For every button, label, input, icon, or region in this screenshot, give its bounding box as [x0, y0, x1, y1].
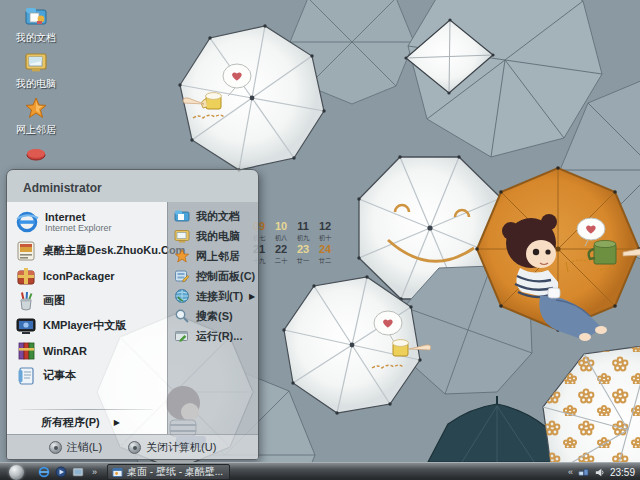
window-icon [112, 467, 123, 478]
network-places-icon [174, 248, 190, 264]
start-menu-item-label: IconPackager [43, 270, 115, 282]
start-menu-item-label: 我的文档 [196, 209, 240, 224]
start-menu-item-my-computer[interactable]: 我的电脑 [174, 226, 259, 246]
start-menu-item-winrar[interactable]: WinRAR [15, 338, 167, 363]
calendar-day: 12 [314, 221, 336, 232]
calendar-lunar: 廿二 [315, 257, 335, 263]
desktop-icon-my-documents[interactable]: 我的文档 [0, 4, 72, 45]
desktop-icon-label: 网上邻居 [16, 123, 56, 137]
calendar-lunar: 初九 [293, 234, 313, 240]
start-menu-footer: 注销(L) 关闭计算机(U) [7, 434, 258, 459]
start-menu-pinned-list: Internet Internet Explorer 桌酷主题Desk.Zhuo… [7, 202, 167, 434]
start-menu-item-search[interactable]: 搜索(S) [174, 306, 259, 326]
system-tray: « 23:59 [568, 467, 640, 478]
start-menu-item-label: Internet [45, 211, 112, 224]
start-menu-item-label: 记事本 [43, 368, 76, 383]
notepad-icon [15, 365, 37, 387]
start-menu-item-iconpackager[interactable]: IconPackager [15, 263, 167, 288]
calendar-day: 23 [292, 244, 314, 255]
start-menu-item-label: KMPlayer中文版 [43, 318, 126, 333]
start-menu-item-label: 搜索(S) [196, 309, 233, 324]
start-menu-item-connect-to[interactable]: 连接到(T) ▶ [174, 286, 259, 306]
start-menu-item-network-places[interactable]: 网上邻居 [174, 246, 259, 266]
log-off-icon [49, 441, 62, 454]
start-menu-item-label: 连接到(T) [196, 289, 243, 304]
calendar-day: 11 [292, 221, 314, 232]
all-programs-label: 所有程序(P) [41, 415, 100, 430]
wallpaper-calendar: 09初七 10初八 11初九 12初十 21十九 22二十 23廿一 24廿二 [248, 221, 344, 267]
quick-launch-overflow-chevron[interactable]: » [92, 467, 97, 477]
shut-down-label: 关闭计算机(U) [146, 440, 216, 455]
start-menu-places-list: 我的文档 我的电脑 网上邻居 [167, 202, 259, 434]
desktop-icon-partially-hidden[interactable] [0, 145, 72, 169]
start-menu-item-control-panel[interactable]: 控制面板(C) [174, 266, 259, 286]
start-menu: Administrator Internet Internet Explorer [6, 169, 259, 460]
start-menu-item-label: 运行(R)... [196, 329, 242, 344]
my-computer-icon [24, 50, 48, 74]
start-menu-item-label: 我的电脑 [196, 229, 240, 244]
start-menu-header: Administrator [7, 170, 258, 202]
my-documents-icon [174, 208, 190, 224]
start-menu-item-my-documents[interactable]: 我的文档 [174, 206, 259, 226]
shut-down-button[interactable]: 关闭计算机(U) [128, 440, 216, 455]
all-programs-button[interactable]: 所有程序(P) ▶ [15, 410, 167, 434]
start-menu-item-sublabel: Internet Explorer [45, 223, 112, 233]
desktop-icon-label: 我的文档 [16, 31, 56, 45]
start-button[interactable] [9, 465, 24, 480]
taskbar-window-label: 桌面 - 壁纸 - 桌酷壁... [127, 465, 223, 479]
taskbar-window-button[interactable]: 桌面 - 壁纸 - 桌酷壁... [107, 464, 230, 480]
search-icon [174, 308, 190, 324]
start-menu-item-label: 画图 [43, 293, 65, 308]
arrow-right-icon: ▶ [249, 292, 255, 301]
start-menu-item-zhuoku-theme[interactable]: 桌酷主题Desk.ZhuoKu.Com [15, 238, 167, 263]
network-tray-icon[interactable] [578, 467, 589, 478]
calendar-lunar: 二十 [271, 257, 291, 263]
start-menu-item-notepad[interactable]: 记事本 [15, 363, 167, 388]
my-computer-icon [174, 228, 190, 244]
network-places-icon [24, 96, 48, 120]
iconpackager-icon [15, 265, 37, 287]
desktop-icon-label: 我的电脑 [16, 77, 56, 91]
calendar-lunar: 初八 [271, 234, 291, 240]
start-menu-item-kmplayer[interactable]: KMPlayer中文版 [15, 313, 167, 338]
paint-icon [15, 290, 37, 312]
my-documents-icon [24, 4, 48, 28]
show-desktop-icon[interactable] [72, 466, 84, 478]
start-menu-item-run[interactable]: 运行(R)... [174, 326, 259, 346]
internet-explorer-icon[interactable] [38, 466, 50, 478]
calendar-day: 22 [270, 244, 292, 255]
start-menu-item-label: 网上邻居 [196, 249, 240, 264]
media-player-icon[interactable] [55, 466, 67, 478]
calendar-lunar: 初十 [315, 234, 335, 240]
tray-collapse-chevron[interactable]: « [568, 467, 573, 477]
calendar-day: 10 [270, 221, 292, 232]
calendar-lunar: 廿一 [293, 257, 313, 263]
control-panel-icon [174, 268, 190, 284]
red-icon [24, 145, 48, 169]
start-menu-item-label: WinRAR [43, 345, 87, 357]
quick-launch: » [38, 466, 97, 478]
winrar-icon [15, 340, 37, 362]
kmplayer-icon [15, 315, 37, 337]
zhuoku-theme-icon [15, 240, 37, 262]
connect-to-icon [174, 288, 190, 304]
taskbar-clock: 23:59 [610, 467, 635, 478]
shut-down-icon [128, 441, 141, 454]
run-icon [174, 328, 190, 344]
start-menu-item-internet-explorer[interactable]: Internet Internet Explorer [15, 206, 167, 238]
start-menu-item-label: 控制面板(C) [196, 269, 255, 284]
log-off-button[interactable]: 注销(L) [49, 440, 102, 455]
start-menu-item-label: 桌酷主题Desk.ZhuoKu.Com [43, 243, 185, 258]
internet-explorer-icon [15, 210, 39, 234]
desktop-icon-network-places[interactable]: 网上邻居 [0, 96, 72, 137]
start-menu-item-paint[interactable]: 画图 [15, 288, 167, 313]
volume-tray-icon[interactable] [594, 467, 605, 478]
start-menu-username: Administrator [23, 181, 102, 195]
log-off-label: 注销(L) [67, 440, 102, 455]
taskbar: » 桌面 - 壁纸 - 桌酷壁... « 23:59 [0, 462, 640, 480]
desktop: 09初七 10初八 11初九 12初十 21十九 22二十 23廿一 24廿二 … [0, 0, 640, 480]
arrow-right-icon: ▶ [114, 418, 120, 427]
desktop-icon-my-computer[interactable]: 我的电脑 [0, 50, 72, 91]
calendar-day: 24 [314, 244, 336, 255]
